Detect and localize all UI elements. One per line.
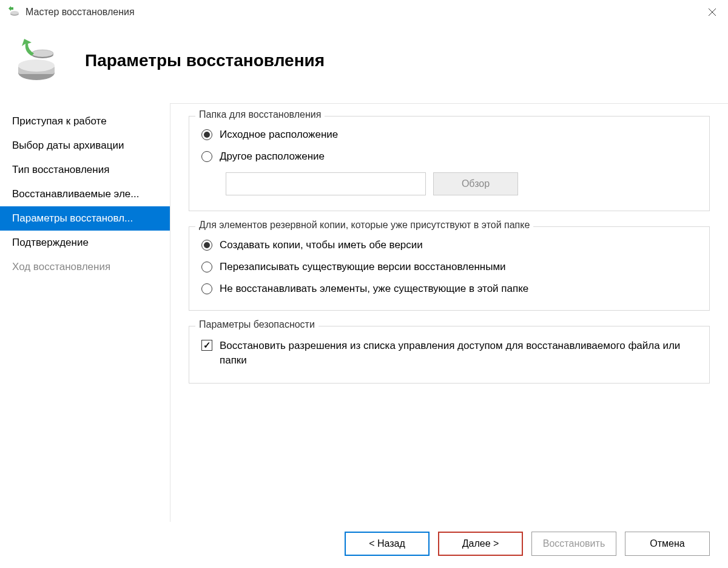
sidebar-item-progress: Ход восстановления [0,255,170,279]
group-existing-items: Для элементов резервной копии, которые у… [189,226,710,311]
svg-point-1 [10,11,19,15]
title-bar: Мастер восстановления [0,0,728,24]
radio-row-create-copies[interactable]: Создавать копии, чтобы иметь обе версии [201,239,697,251]
checkbox-label-acl: Восстановить разрешения из списка управл… [220,339,697,368]
svg-point-8 [32,50,53,57]
group-recovery-folder: Папка для восстановления Исходное распол… [189,116,710,211]
checkbox-acl[interactable] [201,340,212,351]
checkbox-row-acl[interactable]: Восстановить разрешения из списка управл… [201,339,697,368]
radio-other-location[interactable] [201,151,212,162]
browse-row: Обзор [226,172,697,195]
restore-wizard-icon [12,36,61,85]
radio-row-overwrite[interactable]: Перезаписывать существующие версии восст… [201,261,697,273]
group-security: Параметры безопасности Восстановить разр… [189,326,710,384]
next-button[interactable]: Далее > [438,532,523,556]
legend-security: Параметры безопасности [195,319,318,330]
legend-existing-items: Для элементов резервной копии, которые у… [195,220,533,231]
radio-label-create-copies: Создавать копии, чтобы иметь обе версии [220,239,423,251]
radio-label-overwrite: Перезаписывать существующие версии восст… [220,261,506,273]
cancel-button[interactable]: Отмена [625,532,710,556]
sidebar-item-getting-started[interactable]: Приступая к работе [0,109,170,134]
footer: < Назад Далее > Восстановить Отмена [345,532,710,556]
sidebar: Приступая к работе Выбор даты архивации … [0,103,170,522]
main-panel: Папка для восстановления Исходное распол… [170,103,728,522]
app-icon [6,5,21,19]
close-button[interactable] [703,2,722,22]
content: Приступая к работе Выбор даты архивации … [0,103,728,522]
sidebar-item-recovery-options[interactable]: Параметры восстановл... [0,206,170,231]
radio-row-other-location[interactable]: Другое расположение [201,150,697,163]
radio-skip[interactable] [201,283,212,294]
radio-original-location[interactable] [201,129,212,140]
sidebar-item-items-to-recover[interactable]: Восстанавливаемые эле... [0,182,170,206]
restore-button: Восстановить [531,532,616,556]
sidebar-item-select-date[interactable]: Выбор даты архивации [0,134,170,158]
sidebar-item-recovery-type[interactable]: Тип восстановления [0,158,170,182]
radio-label-other-location: Другое расположение [220,150,325,163]
header: Параметры восстановления [0,24,728,103]
sidebar-item-confirmation[interactable]: Подтверждение [0,231,170,255]
browse-button: Обзор [433,172,518,195]
legend-recovery-folder: Папка для восстановления [195,109,325,120]
back-button[interactable]: < Назад [345,532,430,556]
radio-label-original-location: Исходное расположение [220,129,338,141]
svg-point-6 [18,59,55,72]
radio-create-copies[interactable] [201,240,212,251]
radio-label-skip: Не восстанавливать элементы, уже существ… [220,283,528,295]
radio-overwrite[interactable] [201,262,212,272]
window-title: Мастер восстановления [25,7,703,18]
radio-row-skip[interactable]: Не восстанавливать элементы, уже существ… [201,283,697,295]
page-title: Параметры восстановления [85,51,325,70]
path-input [226,172,426,195]
radio-row-original-location[interactable]: Исходное расположение [201,129,697,141]
